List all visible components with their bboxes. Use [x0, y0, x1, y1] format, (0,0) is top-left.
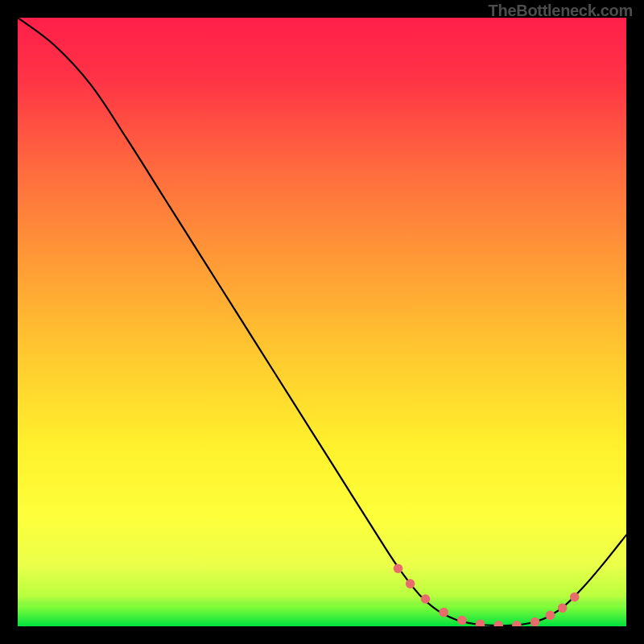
marker-dot	[570, 592, 580, 602]
marker-dot	[558, 604, 568, 613]
gradient-background	[18, 18, 626, 626]
chart-frame: { "attribution": "TheBottleneck.com", "c…	[0, 0, 644, 644]
marker-dot	[546, 611, 555, 621]
chart-plot	[18, 18, 626, 626]
chart-svg	[18, 18, 626, 626]
marker-dot	[394, 564, 403, 573]
marker-dot	[421, 594, 431, 604]
marker-dot	[530, 617, 540, 626]
marker-dot	[406, 579, 415, 588]
marker-dot	[457, 616, 467, 625]
marker-dot	[439, 608, 448, 617]
